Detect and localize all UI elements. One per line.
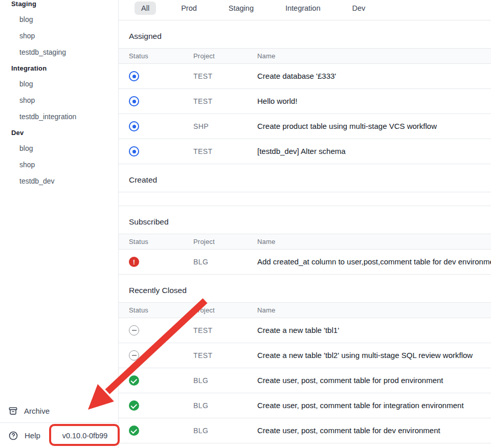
- sidebar-item-dev-testdb-dev[interactable]: testdb_dev: [0, 173, 118, 189]
- sidebar-item-staging-shop[interactable]: shop: [0, 28, 118, 44]
- canceled-status-icon: [129, 325, 139, 335]
- app-window: Stagingblogshoptestdb_stagingIntegration…: [0, 0, 491, 448]
- section-title-assigned: Assigned: [119, 20, 491, 48]
- tab-all[interactable]: All: [135, 2, 156, 15]
- name-cell: Create a new table 'tbl2' using multi-st…: [247, 343, 491, 368]
- issue-row[interactable]: SHPCreate product table using multi-stag…: [119, 114, 491, 139]
- project-cell: BLG: [183, 393, 247, 418]
- sidebar-item-integration-testdb-integration[interactable]: testdb_integration: [0, 108, 118, 125]
- help-row: Help v0.10.0-0fb99: [0, 422, 118, 448]
- project-cell: BLG: [183, 250, 247, 275]
- issue-row[interactable]: TESTCreate database '£333': [119, 64, 491, 89]
- name-cell: Create user, post, comment table for int…: [247, 393, 491, 418]
- sidebar-item-dev-shop[interactable]: shop: [0, 156, 118, 173]
- issue-name: Create database '£333': [257, 72, 336, 80]
- sidebar-item-integration-shop[interactable]: shop: [0, 92, 118, 108]
- version-label[interactable]: v0.10.0-0fb99: [51, 423, 119, 448]
- empty-section-body: [119, 192, 491, 206]
- open-status-icon: [129, 146, 139, 156]
- issue-name: Create user, post, comment table for int…: [257, 401, 464, 410]
- canceled-status-icon: [129, 350, 139, 361]
- status-cell: [119, 368, 183, 393]
- issue-table-recently-closed: StatusProjectNameTESTCreate a new table …: [119, 302, 491, 443]
- name-cell: Create user, post, comment table for dev…: [247, 418, 491, 443]
- project-cell: BLG: [183, 418, 247, 443]
- project-key: BLG: [193, 401, 208, 410]
- issue-name: Create a new table 'tbl2' using multi-st…: [257, 351, 473, 360]
- tab-prod[interactable]: Prod: [174, 2, 204, 15]
- open-status-icon: [129, 96, 139, 106]
- issue-sections: AssignedStatusProjectNameTESTCreate data…: [119, 20, 491, 443]
- sidebar-item-dev-blog[interactable]: blog: [0, 140, 118, 156]
- status-cell: [119, 250, 183, 275]
- project-key: SHP: [193, 122, 209, 130]
- issue-row[interactable]: TESTCreate a new table 'tbl1': [119, 318, 491, 343]
- done-status-icon: [129, 400, 139, 411]
- column-header-name: Name: [247, 303, 491, 318]
- sidebar-group-dev: Dev: [0, 125, 118, 140]
- project-key: TEST: [193, 351, 212, 360]
- section-created: Created: [119, 164, 491, 206]
- section-title-subscribed: Subscribed: [119, 206, 491, 234]
- tab-staging[interactable]: Staging: [222, 2, 260, 15]
- column-header-status: Status: [119, 49, 183, 64]
- project-cell: SHP: [183, 114, 247, 139]
- project-key: TEST: [193, 326, 212, 334]
- name-cell: Create database '£333': [247, 64, 491, 89]
- project-key: BLG: [193, 258, 208, 266]
- section-assigned: AssignedStatusProjectNameTESTCreate data…: [119, 20, 491, 164]
- tab-dev[interactable]: Dev: [345, 2, 372, 15]
- column-header-project: Project: [183, 234, 247, 250]
- issue-name: Hello world!: [257, 97, 297, 105]
- issue-row[interactable]: TEST[testdb_dev] Alter schema: [119, 139, 491, 164]
- sidebar-group-integration: Integration: [0, 60, 118, 76]
- name-cell: [testdb_dev] Alter schema: [247, 139, 491, 164]
- issue-row[interactable]: BLGCreate user, post, comment table for …: [119, 393, 491, 418]
- column-header-status: Status: [119, 303, 183, 318]
- issue-name: Create user, post, comment table for pro…: [257, 376, 443, 385]
- issue-name: Create user, post, comment table for dev…: [257, 426, 440, 435]
- help-label[interactable]: Help: [25, 431, 40, 440]
- status-cell: [119, 318, 183, 343]
- column-header-name: Name: [247, 49, 491, 64]
- done-status-icon: [129, 425, 139, 436]
- main-content: AllProdStagingIntegrationDev AssignedSta…: [119, 0, 491, 448]
- name-cell: Create product table using multi-stage V…: [247, 114, 491, 139]
- issue-row[interactable]: TESTCreate a new table 'tbl2' using mult…: [119, 343, 491, 368]
- project-key: TEST: [193, 97, 212, 105]
- column-header-project: Project: [183, 303, 247, 318]
- issue-row[interactable]: BLGAdd created_at column to user,post,co…: [119, 250, 491, 275]
- status-cell: [119, 89, 183, 114]
- sidebar-item-archive[interactable]: Archive: [0, 399, 118, 422]
- attention-status-icon: [129, 257, 139, 267]
- issue-row[interactable]: BLGCreate user, post, comment table for …: [119, 368, 491, 393]
- open-status-icon: [129, 71, 139, 81]
- sidebar: Stagingblogshoptestdb_stagingIntegration…: [0, 0, 119, 448]
- project-cell: TEST: [183, 64, 247, 89]
- section-title-recently-closed: Recently Closed: [119, 275, 491, 302]
- project-cell: BLG: [183, 368, 247, 393]
- environment-tabbar: AllProdStagingIntegrationDev: [119, 0, 491, 20]
- done-status-icon: [129, 375, 139, 386]
- issue-name: Create a new table 'tbl1': [257, 326, 339, 334]
- sidebar-item-staging-blog[interactable]: blog: [0, 11, 118, 28]
- tab-integration[interactable]: Integration: [279, 2, 327, 15]
- sidebar-item-integration-blog[interactable]: blog: [0, 76, 118, 92]
- project-key: BLG: [193, 427, 208, 435]
- name-cell: Create user, post, comment table for pro…: [247, 368, 491, 393]
- sidebar-nav: Stagingblogshoptestdb_stagingIntegration…: [0, 0, 118, 189]
- issue-row[interactable]: TESTHello world!: [119, 89, 491, 114]
- section-title-created: Created: [119, 164, 491, 192]
- archive-label: Archive: [24, 407, 50, 415]
- sidebar-item-staging-testdb-staging[interactable]: testdb_staging: [0, 44, 118, 60]
- project-key: TEST: [193, 72, 212, 80]
- column-header-name: Name: [247, 234, 491, 250]
- section-recently-closed: Recently ClosedStatusProjectNameTESTCrea…: [119, 275, 491, 443]
- issue-row[interactable]: BLGCreate user, post, comment table for …: [119, 418, 491, 443]
- name-cell: Add created_at column to user,post,comme…: [247, 250, 491, 275]
- issue-table-subscribed: StatusProjectNameBLGAdd created_at colum…: [119, 234, 491, 275]
- sidebar-group-staging: Staging: [0, 0, 118, 11]
- name-cell: Create a new table 'tbl1': [247, 318, 491, 343]
- status-cell: [119, 393, 183, 418]
- issue-name: [testdb_dev] Alter schema: [257, 147, 346, 155]
